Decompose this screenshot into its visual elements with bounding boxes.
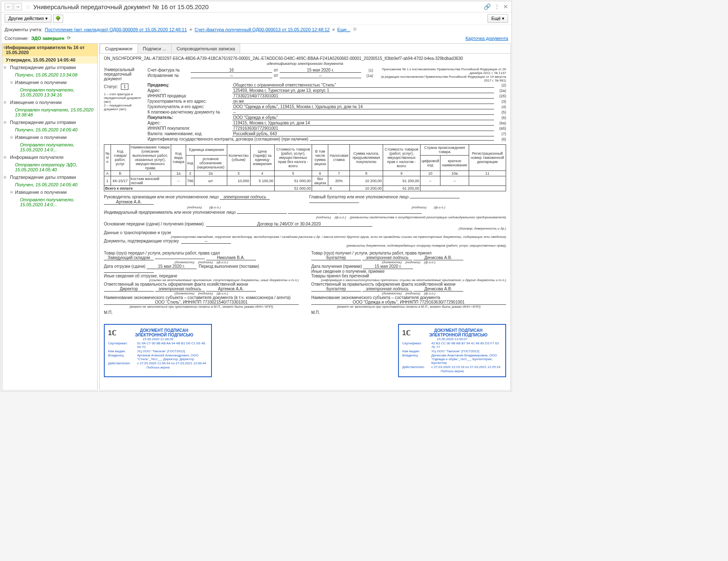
more-button[interactable]: Ещё ▾ xyxy=(487,14,508,23)
forward-button[interactable]: → xyxy=(14,3,22,10)
doc-link-1[interactable]: Поступление (акт, накладная) ОД00-000009… xyxy=(45,27,187,32)
signature-stamp-1: 1ℂ ДОКУМЕНТ ПОДПИСАНЭЛЕКТРОННОЙ ПОДПИСЬЮ… xyxy=(104,324,212,377)
favorite-icon[interactable]: ☆ xyxy=(25,3,31,10)
close-icon[interactable]: ✕ xyxy=(503,3,508,10)
menu-icon[interactable]: ⋮ xyxy=(494,3,500,10)
card-link[interactable]: Карточка документа xyxy=(465,36,508,41)
status-label: Состояние: xyxy=(5,36,29,41)
doc-link-2[interactable]: Счет-фактура полученный ОД00-000013 от 1… xyxy=(194,27,330,32)
back-button[interactable]: ← xyxy=(5,3,13,10)
tab-content[interactable]: Содержимое xyxy=(100,44,138,53)
doc-links-row: Документы учета: Поступление (акт, накла… xyxy=(1,25,512,34)
document-body: ON_NSCHFDOPPR_2AL-A7303297-E6CA-4BD6-A73… xyxy=(100,54,510,380)
items-table: № п/пКод товара/ работ, услугНаименовани… xyxy=(104,144,506,191)
tab-signatures[interactable]: Подписи ... xyxy=(138,44,172,53)
sidebar-tree: ⊖Информация отправителя № 16 от 15.05.20… xyxy=(2,43,98,390)
tree-node[interactable]: ⊖Подтверждение даты отправки xyxy=(2,173,97,181)
refresh-icon[interactable]: ⟳ xyxy=(67,35,71,41)
signature-stamp-2: 1ℂ ДОКУМЕНТ ПОДПИСАНЭЛЕКТРОННОЙ ПОДПИСЬЮ… xyxy=(398,324,506,377)
tree-leaf: Отправлен оператору ЭДО, 15.05.2020 14:0… xyxy=(2,161,97,173)
doc-id-caption: идентификатор электронного документа xyxy=(104,62,506,66)
tree-status: Утвержден, 15.05.2020 14:05:40 xyxy=(2,56,97,64)
main-form: Счет-фактура №16от15 мая 2020 г.(1) Испр… xyxy=(148,67,506,142)
tree-node[interactable]: ⊖Извещение о получении xyxy=(2,133,97,141)
app-window: ← → ☆ Универсальный передаточный докумен… xyxy=(1,1,512,392)
table-row: 1КК-15/17Костюм женский летний--796шт10,… xyxy=(104,176,506,186)
tree-leaf: Отправлен получателю, 15.05.2020 13:38:4… xyxy=(2,106,97,119)
gear-icon[interactable]: ⚙ xyxy=(353,27,357,32)
tabs: Содержимое Подписи ... Сопроводительная … xyxy=(100,44,510,54)
other-actions-button[interactable]: Другие действия ▾ xyxy=(5,14,52,23)
link-icon[interactable]: 🔗 xyxy=(484,3,491,10)
window-title: Универсальный передаточный документ № 16… xyxy=(33,3,484,10)
tree-leaf: Отправлен получателю, 15.05.2020 13:34:1… xyxy=(2,86,97,99)
tree-node[interactable]: ⊖Извещение о получении xyxy=(2,188,97,196)
tree-node[interactable]: ⊖Информация получателя xyxy=(2,153,97,161)
doc-link-more[interactable]: Еще... xyxy=(337,27,351,32)
status-value: ЭДО завершен xyxy=(31,36,64,41)
tree-leaf: Получен, 15.05.2020 14:05:40 xyxy=(2,126,97,133)
doc-links-label: Документы учета: xyxy=(5,27,42,32)
tree-node[interactable]: ⊖Извещение о получении xyxy=(2,99,97,106)
toolbar: Другие действия ▾ 🌳 Ещё ▾ xyxy=(1,12,512,25)
status-row: Состояние: ЭДО завершен ⟳ Карточка докум… xyxy=(1,34,512,42)
tree-leaf: Получен, 15.05.2020 13:34:08 xyxy=(2,71,97,79)
1c-logo-icon: 1ℂ xyxy=(108,329,116,337)
tree-icon-button[interactable]: 🌳 xyxy=(53,15,63,23)
1c-logo-icon: 1ℂ xyxy=(402,329,411,337)
tree-node[interactable]: ⊖Подтверждение даты отправки xyxy=(2,119,97,126)
content-area: Содержимое Подписи ... Сопроводительная … xyxy=(99,43,511,390)
tree-leaf: Отправлен получателю, 15.05.2020 14:0... xyxy=(2,196,97,208)
titlebar: ← → ☆ Универсальный передаточный докумен… xyxy=(1,1,512,12)
tree-node[interactable]: ⊖Извещение о получении xyxy=(2,79,97,86)
tree-leaf: Получен, 15.05.2020 14:05:40 xyxy=(2,181,97,188)
tab-note[interactable]: Сопроводительная записка xyxy=(171,44,240,53)
doc-id: ON_NSCHFDOPPR_2AL-A7303297-E6CA-4BD6-A73… xyxy=(104,56,506,61)
left-info: Универсальный передаточный документ Стат… xyxy=(104,67,143,142)
tree-leaf: Отправлен получателю, 15.05.2020 14:0... xyxy=(2,141,97,153)
tree-root[interactable]: ⊖Информация отправителя № 16 от 15.05.20… xyxy=(2,44,97,56)
tree-node[interactable]: ⊖Подтверждение даты отправки xyxy=(2,64,97,71)
